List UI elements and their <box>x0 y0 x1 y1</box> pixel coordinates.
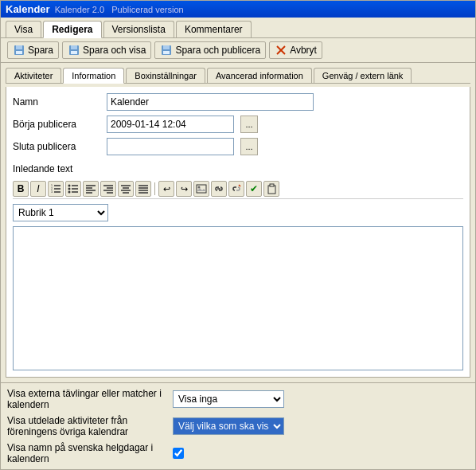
unordered-list-button[interactable] <box>65 181 81 197</box>
intro-text-editor[interactable] <box>13 226 463 370</box>
inner-tab-genvag[interactable]: Genväg / extern länk <box>314 68 412 83</box>
start-publish-picker-button[interactable]: ... <box>240 116 258 133</box>
form-panel: Namn Börja publicera ... Sluta publicera… <box>6 87 470 378</box>
end-publish-label: Sluta publicera <box>13 141 100 152</box>
holidays-row: Visa namn på svenska helgdagar i kalende… <box>7 442 469 464</box>
bold-button[interactable]: B <box>13 181 29 197</box>
holidays-label: Visa namn på svenska helgdagar i kalende… <box>7 442 166 464</box>
align-right-button[interactable] <box>100 181 116 197</box>
external-competitions-label: Visa externa tävlingar eller matcher i k… <box>7 388 166 410</box>
name-row: Namn <box>13 93 463 111</box>
intro-text-label: Inledande text <box>13 163 72 174</box>
bottom-section: Visa externa tävlingar eller matcher i k… <box>1 382 475 469</box>
name-input[interactable] <box>107 93 314 111</box>
save-icon <box>13 44 25 57</box>
toolbar: Spara Spara och visa Spara och publicera… <box>1 38 475 63</box>
intro-text-section-label-row: Inledande text <box>13 160 463 174</box>
window-title: Kalender <box>6 3 50 15</box>
align-left-button[interactable] <box>83 181 99 197</box>
start-publish-input[interactable] <box>107 116 234 133</box>
svg-rect-39 <box>197 185 206 193</box>
inner-tab-boxinstallningar[interactable]: Boxinställningar <box>126 68 205 83</box>
save-view-icon <box>68 44 80 57</box>
editor-toolbar: B I 1.2.3. <box>13 179 463 199</box>
tab-versionslista[interactable]: Versionslista <box>103 21 174 37</box>
inner-tab-avancerad[interactable]: Avancerad information <box>207 68 312 83</box>
undo-button[interactable]: ↩ <box>158 181 174 197</box>
external-competitions-row: Visa externa tävlingar eller matcher i k… <box>7 388 469 410</box>
check-button[interactable]: ✔ <box>246 181 262 197</box>
end-publish-input[interactable] <box>107 138 234 155</box>
holidays-checkbox[interactable] <box>173 448 184 459</box>
end-publish-picker-button[interactable]: ... <box>240 138 258 155</box>
cancel-icon <box>275 44 287 57</box>
svg-rect-1 <box>16 45 22 49</box>
style-select-row: Rubrik 1 Rubrik 2 Rubrik 3 Normal <box>13 204 463 221</box>
external-competitions-select[interactable]: Visa inga Visa alla Välj <box>173 390 284 408</box>
shared-activities-label: Visa utdelade aktiviteter från föreninge… <box>7 415 166 437</box>
svg-point-20 <box>68 185 71 187</box>
inner-tab-bar: Aktiviteter Information Boxinställningar… <box>6 68 470 84</box>
image-button[interactable] <box>193 181 209 197</box>
end-publish-row: Sluta publicera ... <box>13 138 463 155</box>
svg-point-21 <box>68 188 71 190</box>
ordered-list-button[interactable]: 1.2.3. <box>48 181 64 197</box>
tab-kommentarer[interactable]: Kommentarer <box>176 21 252 37</box>
window-subtitle: Kalender 2.0 Publicerad version <box>55 5 184 14</box>
svg-line-42 <box>239 185 240 186</box>
save-view-button[interactable]: Spara och visa <box>62 41 151 59</box>
tab-redigera[interactable]: Redigera <box>43 21 101 38</box>
shared-activities-select[interactable]: Välj vilka som ska visas <box>173 417 284 435</box>
svg-rect-44 <box>270 184 274 186</box>
link-button[interactable] <box>211 181 227 197</box>
editor-separator <box>154 182 155 195</box>
start-publish-row: Börja publicera ... <box>13 116 463 133</box>
save-publish-button[interactable]: Spara och publicera <box>154 41 266 59</box>
content-area: Aktiviteter Information Boxinställningar… <box>1 63 475 382</box>
paste-button[interactable] <box>263 181 279 197</box>
svg-rect-7 <box>163 45 170 49</box>
svg-rect-5 <box>71 51 77 54</box>
shared-activities-row: Visa utdelade aktiviteter från föreninge… <box>7 415 469 437</box>
inner-tab-aktiviteter[interactable]: Aktiviteter <box>6 68 61 83</box>
unlink-button[interactable] <box>228 181 244 197</box>
title-bar: Kalender Kalender 2.0 Publicerad version <box>1 1 475 18</box>
start-publish-label: Börja publicera <box>13 119 100 130</box>
italic-button[interactable]: I <box>30 181 46 197</box>
cancel-button[interactable]: Avbryt <box>269 41 322 59</box>
main-window: Kalender Kalender 2.0 Publicerad version… <box>0 0 476 470</box>
save-button[interactable]: Spara <box>7 41 59 59</box>
name-label: Namn <box>13 96 100 108</box>
svg-rect-8 <box>163 51 170 54</box>
inner-tab-information[interactable]: Information <box>63 68 124 84</box>
top-tab-bar: Visa Redigera Versionslista Kommentarer <box>1 18 475 38</box>
svg-rect-4 <box>71 45 77 49</box>
tab-visa[interactable]: Visa <box>6 21 41 37</box>
svg-rect-2 <box>16 51 22 54</box>
redo-button[interactable]: ↪ <box>176 181 192 197</box>
align-center-button[interactable] <box>118 181 134 197</box>
save-publish-icon <box>160 44 173 57</box>
svg-text:3.: 3. <box>51 190 53 194</box>
svg-point-22 <box>68 191 71 194</box>
heading-style-select[interactable]: Rubrik 1 Rubrik 2 Rubrik 3 Normal <box>13 204 108 221</box>
justify-button[interactable] <box>135 181 151 197</box>
